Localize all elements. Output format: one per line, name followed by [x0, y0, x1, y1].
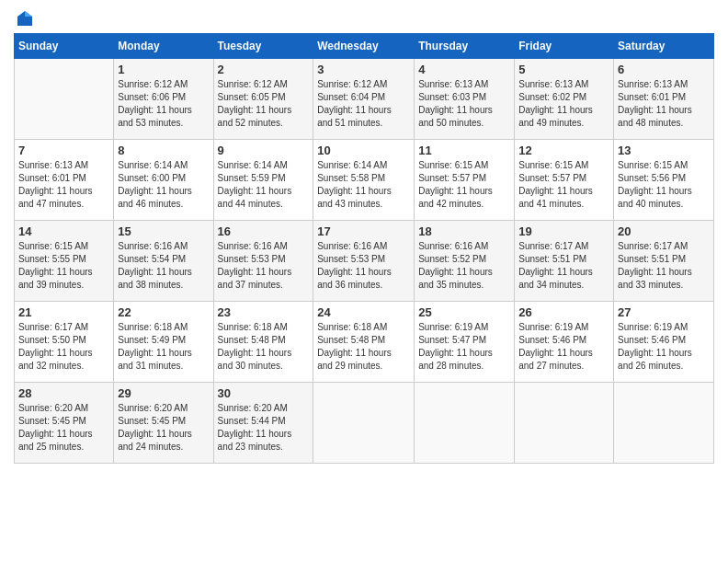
- day-info: Sunrise: 6:12 AM Sunset: 6:04 PM Dayligh…: [317, 78, 410, 130]
- calendar-cell: 28Sunrise: 6:20 AM Sunset: 5:45 PM Dayli…: [15, 383, 114, 464]
- calendar-cell: 12Sunrise: 6:15 AM Sunset: 5:57 PM Dayli…: [515, 140, 614, 221]
- calendar-week-row: 7Sunrise: 6:13 AM Sunset: 6:01 PM Daylig…: [15, 140, 714, 221]
- day-info: Sunrise: 6:14 AM Sunset: 6:00 PM Dayligh…: [118, 159, 209, 211]
- calendar-cell: 27Sunrise: 6:19 AM Sunset: 5:46 PM Dayli…: [614, 302, 714, 383]
- calendar-week-row: 28Sunrise: 6:20 AM Sunset: 5:45 PM Dayli…: [15, 383, 714, 464]
- calendar-cell: 21Sunrise: 6:17 AM Sunset: 5:50 PM Dayli…: [15, 302, 114, 383]
- day-number: 13: [618, 144, 710, 157]
- day-number: 27: [618, 305, 710, 319]
- day-info: Sunrise: 6:15 AM Sunset: 5:56 PM Dayligh…: [618, 159, 710, 211]
- day-info: Sunrise: 6:12 AM Sunset: 6:06 PM Dayligh…: [118, 78, 209, 130]
- day-number: 20: [618, 224, 710, 238]
- day-info: Sunrise: 6:18 AM Sunset: 5:48 PM Dayligh…: [317, 321, 410, 373]
- day-info: Sunrise: 6:19 AM Sunset: 5:46 PM Dayligh…: [518, 321, 609, 373]
- day-number: 21: [18, 305, 109, 319]
- day-number: 26: [518, 305, 609, 319]
- day-number: 9: [218, 144, 310, 157]
- calendar-cell: 8Sunrise: 6:14 AM Sunset: 6:00 PM Daylig…: [114, 140, 213, 221]
- day-number: 18: [418, 224, 510, 238]
- day-number: 15: [118, 224, 209, 238]
- day-number: 3: [317, 63, 410, 76]
- day-info: Sunrise: 6:20 AM Sunset: 5:45 PM Dayligh…: [118, 402, 209, 454]
- day-info: Sunrise: 6:17 AM Sunset: 5:51 PM Dayligh…: [518, 240, 609, 292]
- day-info: Sunrise: 6:19 AM Sunset: 5:46 PM Dayligh…: [618, 321, 710, 373]
- day-info: Sunrise: 6:15 AM Sunset: 5:55 PM Dayligh…: [18, 240, 109, 292]
- day-number: 6: [618, 63, 710, 76]
- calendar-cell: 25Sunrise: 6:19 AM Sunset: 5:47 PM Dayli…: [415, 302, 515, 383]
- calendar-cell: 29Sunrise: 6:20 AM Sunset: 5:45 PM Dayli…: [114, 383, 213, 464]
- calendar-cell: 26Sunrise: 6:19 AM Sunset: 5:46 PM Dayli…: [515, 302, 614, 383]
- day-info: Sunrise: 6:13 AM Sunset: 6:02 PM Dayligh…: [518, 78, 609, 130]
- calendar-cell: 4Sunrise: 6:13 AM Sunset: 6:03 PM Daylig…: [415, 59, 515, 140]
- day-info: Sunrise: 6:13 AM Sunset: 6:03 PM Dayligh…: [418, 78, 510, 130]
- day-info: Sunrise: 6:14 AM Sunset: 5:59 PM Dayligh…: [218, 159, 310, 211]
- calendar-cell: [415, 383, 515, 464]
- calendar-cell: [313, 383, 415, 464]
- day-number: 16: [218, 224, 310, 238]
- calendar-cell: 2Sunrise: 6:12 AM Sunset: 6:05 PM Daylig…: [213, 59, 313, 140]
- calendar-header-sunday: Sunday: [15, 34, 114, 59]
- day-info: Sunrise: 6:16 AM Sunset: 5:54 PM Dayligh…: [118, 240, 209, 292]
- day-info: Sunrise: 6:19 AM Sunset: 5:47 PM Dayligh…: [418, 321, 510, 373]
- calendar-cell: [614, 383, 714, 464]
- calendar-cell: [15, 59, 114, 140]
- day-info: Sunrise: 6:13 AM Sunset: 6:01 PM Dayligh…: [618, 78, 710, 130]
- calendar-week-row: 14Sunrise: 6:15 AM Sunset: 5:55 PM Dayli…: [15, 221, 714, 302]
- calendar-cell: 13Sunrise: 6:15 AM Sunset: 5:56 PM Dayli…: [614, 140, 714, 221]
- calendar-cell: 17Sunrise: 6:16 AM Sunset: 5:53 PM Dayli…: [313, 221, 415, 302]
- day-info: Sunrise: 6:12 AM Sunset: 6:05 PM Dayligh…: [218, 78, 310, 130]
- day-number: 8: [118, 144, 209, 157]
- day-number: 1: [118, 63, 209, 76]
- day-number: 12: [518, 144, 609, 157]
- day-info: Sunrise: 6:16 AM Sunset: 5:52 PM Dayligh…: [418, 240, 510, 292]
- day-number: 5: [518, 63, 609, 76]
- calendar-header-tuesday: Tuesday: [213, 34, 313, 59]
- day-info: Sunrise: 6:15 AM Sunset: 5:57 PM Dayligh…: [518, 159, 609, 211]
- calendar-cell: 15Sunrise: 6:16 AM Sunset: 5:54 PM Dayli…: [114, 221, 213, 302]
- day-info: Sunrise: 6:20 AM Sunset: 5:45 PM Dayligh…: [18, 402, 109, 454]
- day-info: Sunrise: 6:16 AM Sunset: 5:53 PM Dayligh…: [218, 240, 310, 292]
- calendar-header-saturday: Saturday: [614, 34, 714, 59]
- day-number: 28: [18, 386, 109, 400]
- calendar-cell: 24Sunrise: 6:18 AM Sunset: 5:48 PM Dayli…: [313, 302, 415, 383]
- day-number: 4: [418, 63, 510, 76]
- calendar-header-wednesday: Wednesday: [313, 34, 415, 59]
- calendar-cell: 3Sunrise: 6:12 AM Sunset: 6:04 PM Daylig…: [313, 59, 415, 140]
- day-info: Sunrise: 6:17 AM Sunset: 5:51 PM Dayligh…: [618, 240, 710, 292]
- day-info: Sunrise: 6:15 AM Sunset: 5:57 PM Dayligh…: [418, 159, 510, 211]
- logo-icon: [16, 9, 34, 28]
- calendar-cell: 22Sunrise: 6:18 AM Sunset: 5:49 PM Dayli…: [114, 302, 213, 383]
- calendar-cell: 20Sunrise: 6:17 AM Sunset: 5:51 PM Dayli…: [614, 221, 714, 302]
- day-info: Sunrise: 6:17 AM Sunset: 5:50 PM Dayligh…: [18, 321, 109, 373]
- calendar-header-row: SundayMondayTuesdayWednesdayThursdayFrid…: [15, 34, 714, 59]
- day-info: Sunrise: 6:18 AM Sunset: 5:49 PM Dayligh…: [118, 321, 209, 373]
- calendar-header-thursday: Thursday: [415, 34, 515, 59]
- day-info: Sunrise: 6:14 AM Sunset: 5:58 PM Dayligh…: [317, 159, 410, 211]
- calendar-header-friday: Friday: [515, 34, 614, 59]
- calendar-cell: 5Sunrise: 6:13 AM Sunset: 6:02 PM Daylig…: [515, 59, 614, 140]
- calendar-week-row: 1Sunrise: 6:12 AM Sunset: 6:06 PM Daylig…: [15, 59, 714, 140]
- day-info: Sunrise: 6:18 AM Sunset: 5:48 PM Dayligh…: [218, 321, 310, 373]
- svg-marker-1: [25, 11, 32, 17]
- day-number: 24: [317, 305, 410, 319]
- calendar-header-monday: Monday: [114, 34, 213, 59]
- calendar: SundayMondayTuesdayWednesdayThursdayFrid…: [14, 33, 714, 464]
- day-info: Sunrise: 6:13 AM Sunset: 6:01 PM Dayligh…: [18, 159, 109, 211]
- day-number: 2: [218, 63, 310, 76]
- calendar-cell: 10Sunrise: 6:14 AM Sunset: 5:58 PM Dayli…: [313, 140, 415, 221]
- day-info: Sunrise: 6:16 AM Sunset: 5:53 PM Dayligh…: [317, 240, 410, 292]
- day-info: Sunrise: 6:20 AM Sunset: 5:44 PM Dayligh…: [218, 402, 310, 454]
- calendar-cell: 23Sunrise: 6:18 AM Sunset: 5:48 PM Dayli…: [213, 302, 313, 383]
- day-number: 7: [18, 144, 109, 157]
- calendar-cell: 16Sunrise: 6:16 AM Sunset: 5:53 PM Dayli…: [213, 221, 313, 302]
- calendar-cell: 7Sunrise: 6:13 AM Sunset: 6:01 PM Daylig…: [15, 140, 114, 221]
- day-number: 22: [118, 305, 209, 319]
- calendar-cell: 6Sunrise: 6:13 AM Sunset: 6:01 PM Daylig…: [614, 59, 714, 140]
- calendar-cell: [515, 383, 614, 464]
- calendar-week-row: 21Sunrise: 6:17 AM Sunset: 5:50 PM Dayli…: [15, 302, 714, 383]
- day-number: 17: [317, 224, 410, 238]
- day-number: 11: [418, 144, 510, 157]
- calendar-cell: 30Sunrise: 6:20 AM Sunset: 5:44 PM Dayli…: [213, 383, 313, 464]
- calendar-cell: 18Sunrise: 6:16 AM Sunset: 5:52 PM Dayli…: [415, 221, 515, 302]
- calendar-cell: 9Sunrise: 6:14 AM Sunset: 5:59 PM Daylig…: [213, 140, 313, 221]
